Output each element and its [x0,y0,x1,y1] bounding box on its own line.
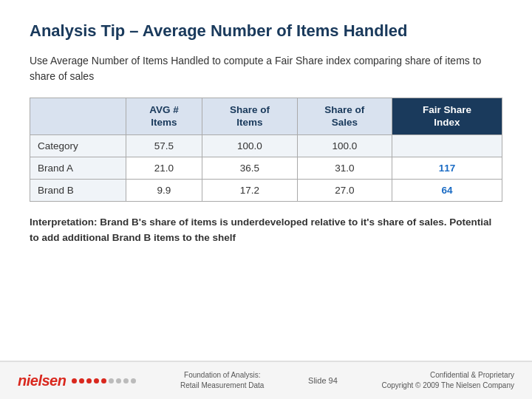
row-brand-b-fair-share: 64 [392,179,502,201]
row-category-avg: 57.5 [126,134,202,157]
interpretation-text: Interpretation: Brand B's share of items… [30,215,502,246]
row-brand-a-share-sales: 31.0 [297,157,392,179]
row-brand-b-share-sales: 27.0 [297,179,392,201]
data-table-wrapper: AVG #Items Share ofItems Share ofSales F… [30,98,502,202]
col-header-share-items: Share ofItems [202,98,297,134]
col-header-fair-share: Fair ShareIndex [392,98,502,134]
row-category-share-items: 100.0 [202,134,297,157]
footer-foundation-label: Foundation of Analysis: [180,370,264,381]
row-category-share-sales: 100.0 [297,134,392,157]
data-table: AVG #Items Share ofItems Share ofSales F… [30,98,502,202]
dot-1 [72,378,77,383]
row-brand-b-avg: 9.9 [126,179,202,201]
slide-title: Analysis Tip – Average Number of Items H… [30,21,502,41]
footer-copyright-sub: Copyright © 2009 The Nielsen Company [381,381,514,391]
row-brand-b-share-items: 17.2 [202,179,297,201]
footer-foundation-sub: Retail Measurement Data [180,381,264,391]
dot-5 [101,378,106,383]
table-row: Brand B 9.9 17.2 27.0 64 [30,179,502,201]
footer-center: Foundation of Analysis: Retail Measureme… [180,370,264,391]
dot-4 [94,378,99,383]
interpretation-content: Interpretation: Brand B's share of items… [30,216,491,243]
footer-copyright-text: Confidential & Proprietary [381,370,514,381]
dot-3 [86,378,92,383]
dot-9 [131,378,136,383]
row-brand-b-label: Brand B [30,179,126,201]
main-content: Analysis Tip – Average Number of Items H… [0,0,532,361]
footer-logo-area: nielsen [18,372,136,389]
nielsen-dots [72,378,136,383]
footer: nielsen Foundation of Analysis: Retail M… [0,361,532,399]
row-brand-a-share-items: 36.5 [202,157,297,179]
col-header-share-sales: Share ofSales [297,98,392,134]
col-header-avg-items: AVG #Items [126,98,202,134]
dot-8 [123,378,129,383]
row-brand-a-avg: 21.0 [126,157,202,179]
nielsen-logo: nielsen [18,372,66,389]
row-category-fair-share [392,134,502,157]
table-row: Brand A 21.0 36.5 31.0 117 [30,157,502,179]
row-brand-a-label: Brand A [30,157,126,179]
slide-number: Slide 94 [308,376,338,385]
col-header-brand [30,98,126,134]
slide-subtitle: Use Average Number of Items Handled to c… [30,53,502,84]
dot-6 [109,378,114,383]
dot-2 [79,378,84,383]
table-row: Category 57.5 100.0 100.0 [30,134,502,157]
slide: Analysis Tip – Average Number of Items H… [0,0,532,399]
dot-7 [116,378,121,383]
footer-copyright: Confidential & Proprietary Copyright © 2… [381,370,514,391]
row-brand-a-fair-share: 117 [392,157,502,179]
row-category-label: Category [30,134,126,157]
